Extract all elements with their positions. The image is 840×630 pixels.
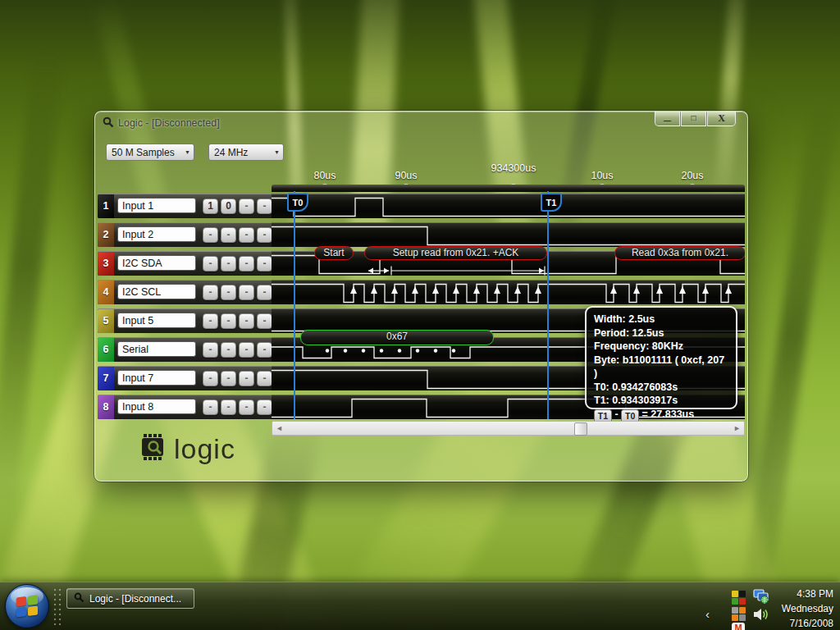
rate-dropdown[interactable]: 24 MHz ▼ [208, 144, 284, 161]
channel-row: 110-- [98, 194, 272, 218]
window-controls: — □ X [654, 112, 736, 126]
channel-trigger-button[interactable]: - [221, 399, 236, 415]
channel-trigger-button[interactable]: 0 [221, 199, 236, 214]
waveform-row[interactable] [272, 222, 745, 247]
channel-trigger-button[interactable]: - [221, 371, 236, 386]
close-button[interactable]: X [707, 112, 736, 126]
channel-number: 4 [98, 281, 114, 304]
channel-trigger-button[interactable]: - [239, 371, 254, 386]
time-marker-tag[interactable]: T0 [287, 193, 308, 212]
time-marker-line[interactable] [547, 191, 549, 419]
tray-icon-quadrant [732, 614, 738, 621]
quick-launch-grip[interactable] [52, 587, 62, 625]
tray-color-grid-icon[interactable] [732, 591, 746, 605]
channel-trigger-button[interactable]: - [239, 399, 254, 415]
channel-trigger-button[interactable]: - [239, 313, 254, 329]
tooltip-line: Period: 12.5us [594, 326, 728, 340]
channel-trigger-button[interactable]: - [239, 342, 254, 358]
horizontal-scrollbar[interactable]: ◄ ► [272, 421, 745, 436]
channel-trigger-button[interactable]: - [221, 342, 236, 358]
channel-label-input[interactable] [117, 399, 196, 414]
channel-label-input[interactable] [117, 255, 196, 271]
tooltip-line: T0: 0.934276083s [594, 381, 728, 395]
flag-quadrant [28, 596, 38, 605]
channel-row: 6---- [98, 337, 272, 362]
tray-mail-icon[interactable]: M [732, 623, 745, 630]
channel-trigger-button[interactable]: 1 [203, 199, 218, 214]
maximize-button[interactable]: □ [681, 112, 706, 126]
tray-expand-chevron[interactable]: ‹ [705, 607, 710, 621]
flag-quadrant [16, 607, 26, 617]
channel-number: 3 [98, 252, 114, 276]
channel-trigger-button[interactable]: - [203, 371, 218, 386]
channel-trigger-button[interactable]: - [257, 371, 272, 386]
channel-trigger-button[interactable]: - [203, 313, 218, 329]
channel-label-input[interactable] [117, 341, 196, 357]
channel-trigger-button[interactable]: - [203, 256, 218, 272]
channel-label-input[interactable] [117, 198, 196, 213]
windows-flag-icon [16, 596, 38, 618]
channel-trigger-button[interactable]: - [239, 285, 254, 300]
channel-trigger-button[interactable]: - [203, 285, 218, 300]
t0-marker-button[interactable]: T0 [621, 409, 639, 422]
channel-number: 6 [98, 338, 114, 362]
tooltip-line: Frequency: 80KHz [594, 340, 728, 354]
channel-trigger-button[interactable]: - [221, 313, 236, 329]
clock-date: 7/16/2008 [782, 616, 833, 630]
flag-quadrant [28, 606, 38, 616]
minus-sign: - [612, 409, 621, 420]
channel-number: 7 [98, 367, 114, 390]
desktop: Logic - [Disconnected] — □ X 50 M Sample… [0, 0, 840, 630]
channel-trigger-button[interactable]: - [257, 342, 272, 358]
tray-icon-quadrant [732, 598, 738, 605]
channel-number: 2 [98, 223, 114, 247]
waveform-row[interactable] [272, 280, 745, 304]
channel-trigger-button[interactable]: - [203, 342, 218, 358]
decoded-protocol-bubble: Read 0x3a from 0x21. [614, 246, 745, 260]
channel-trigger-button[interactable]: - [239, 256, 254, 272]
waveform-row[interactable] [272, 194, 745, 218]
channel-trigger-button[interactable]: - [239, 199, 254, 214]
taskbar-clock[interactable]: 4:38 PM Wednesday 7/16/2008 [782, 587, 833, 630]
channel-trigger-button[interactable]: - [257, 399, 272, 415]
taskbar-task-button[interactable]: Logic - [Disconnect... [66, 588, 194, 609]
channel-trigger-button[interactable]: - [257, 227, 272, 243]
scrollbar-thumb[interactable] [574, 422, 587, 436]
channel-trigger-button[interactable]: - [257, 313, 272, 329]
scroll-left-icon[interactable]: ◄ [276, 422, 283, 435]
tray-icon-quadrant [732, 591, 738, 597]
channel-trigger-button[interactable]: - [203, 399, 218, 415]
timeline-label: 20us [681, 170, 703, 181]
decoded-protocol-bubble: Start [314, 246, 354, 260]
tray-volume-icon[interactable] [753, 608, 769, 624]
start-button[interactable] [5, 584, 49, 628]
task-button-label: Logic - [Disconnect... [89, 593, 181, 605]
channel-trigger-button[interactable]: - [221, 256, 236, 272]
channel-trigger-button[interactable]: - [203, 227, 218, 243]
time-marker-tag[interactable]: T1 [541, 193, 562, 212]
channel-row: 7---- [98, 366, 272, 390]
time-marker-line[interactable] [294, 191, 295, 419]
channel-number: 1 [98, 194, 114, 218]
taskbar: Logic - [Disconnect... ‹ M [0, 582, 840, 630]
samples-dropdown[interactable]: 50 M Samples ▼ [106, 144, 194, 161]
scroll-right-icon[interactable]: ► [733, 422, 741, 435]
waveform-panel[interactable]: T0T1StartSetup read from 0x21. +ACKRead … [272, 188, 745, 421]
channel-label-input[interactable] [117, 313, 196, 328]
timeline-label: 10us [591, 170, 613, 181]
channel-label-input[interactable] [117, 370, 196, 386]
tray-app-grid-icon[interactable] [732, 607, 746, 621]
tray-network-icon[interactable] [753, 589, 769, 608]
title-bar[interactable]: Logic - [Disconnected] — □ X [95, 112, 747, 133]
channel-trigger-button[interactable]: - [239, 227, 254, 243]
minimize-button[interactable]: — [655, 112, 680, 126]
channel-trigger-button[interactable]: - [257, 256, 272, 272]
channel-trigger-button[interactable]: - [221, 285, 236, 300]
t1-marker-button[interactable]: T1 [594, 409, 612, 422]
channel-label-input[interactable] [117, 284, 196, 299]
channel-label-input[interactable] [117, 226, 196, 242]
channel-trigger-button[interactable]: - [257, 285, 272, 300]
channel-trigger-button[interactable]: - [257, 199, 272, 214]
magnifier-task-icon [74, 592, 84, 605]
channel-trigger-button[interactable]: - [221, 227, 236, 243]
